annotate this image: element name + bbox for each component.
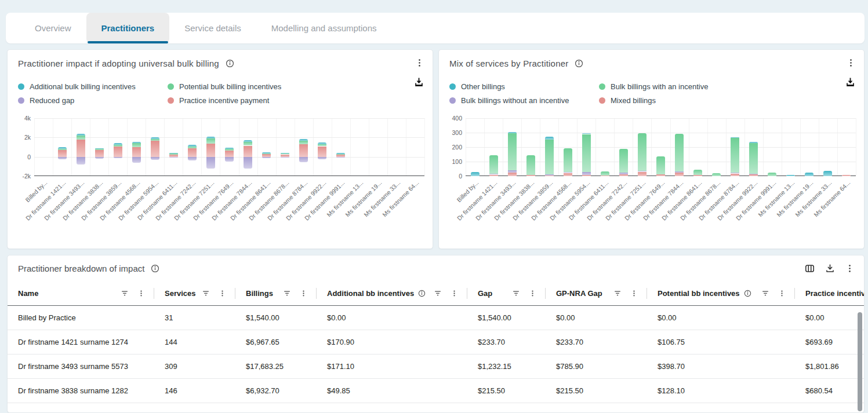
bar-segment-additional-bulk-billing-incentives[interactable] (225, 148, 234, 149)
bar-segment-practice-incentive-payment[interactable] (244, 146, 252, 157)
bar-segment-bulk-billings-with-an-incentive[interactable] (619, 149, 628, 173)
bar-segment-other-billings[interactable] (749, 142, 758, 142)
bar-segment-practice-incentive-payment[interactable] (151, 141, 159, 157)
bar-segment-reduced-gap[interactable] (95, 157, 104, 159)
bar-segment-bulk-billings-with-an-incentive[interactable] (545, 140, 554, 174)
bar-segment-potential-bulk-billing-incentives[interactable] (262, 153, 271, 154)
legend-item-reduced-gap[interactable]: Reduced gap (18, 96, 163, 105)
bar-segment-additional-bulk-billing-incentives[interactable] (132, 142, 141, 144)
bar-segment-reduced-gap[interactable] (244, 157, 252, 169)
info-icon[interactable] (224, 58, 235, 69)
bar-segment-potential-bulk-billing-incentives[interactable] (95, 149, 104, 150)
bar-segment-potential-bulk-billing-incentives[interactable] (132, 143, 141, 147)
plot-area[interactable]: 4003002001000 (466, 118, 856, 176)
table-menu-kebab-icon[interactable] (844, 262, 856, 275)
bar-segment-practice-incentive-payment[interactable] (58, 150, 67, 157)
bar-segment-bulk-billings-without-an-incentive[interactable] (749, 174, 758, 174)
bar-segment-bulk-billings-with-an-incentive[interactable] (638, 133, 647, 171)
info-icon[interactable] (744, 290, 751, 297)
filter-icon[interactable] (511, 288, 521, 298)
bar-segment-reduced-gap[interactable] (281, 157, 289, 158)
bar-segment-potential-bulk-billing-incentives[interactable] (206, 138, 215, 144)
column-menu-kebab-icon[interactable] (136, 288, 146, 298)
bar-segment-potential-bulk-billing-incentives[interactable] (281, 153, 289, 154)
legend-item-practice-incentive-payment[interactable]: Practice incentive payment (168, 96, 281, 105)
bar-segment-bulk-billings-without-an-incentive[interactable] (508, 170, 517, 173)
tab-practitioners[interactable]: Practitioners (86, 13, 170, 43)
legend-item-bulk-billings-without-an-incentive[interactable]: Bulk billings without an incentive (449, 96, 594, 105)
bar-segment-additional-bulk-billing-incentives[interactable] (95, 148, 104, 149)
chart-menu-kebab-icon[interactable] (845, 57, 857, 69)
bar-segment-reduced-gap[interactable] (58, 157, 67, 159)
bar-segment-additional-bulk-billing-incentives[interactable] (77, 134, 85, 136)
vertical-scrollbar-track[interactable] (858, 308, 862, 411)
column-menu-kebab-icon[interactable] (528, 288, 537, 298)
bar-segment-additional-bulk-billing-incentives[interactable] (299, 139, 308, 141)
bar-segment-reduced-gap[interactable] (77, 157, 85, 165)
bar-segment-potential-bulk-billing-incentives[interactable] (151, 139, 159, 141)
bar-segment-bulk-billings-with-an-incentive[interactable] (731, 138, 739, 173)
bar-segment-bulk-billings-with-an-incentive[interactable] (656, 156, 665, 174)
bar-segment-reduced-gap[interactable] (206, 157, 215, 169)
bar-segment-reduced-gap[interactable] (132, 157, 141, 163)
bar-segment-additional-bulk-billing-incentives[interactable] (336, 153, 345, 154)
bar-segment-potential-bulk-billing-incentives[interactable] (318, 144, 326, 147)
bar-segment-bulk-billings-with-an-incentive[interactable] (582, 134, 591, 172)
bar-segment-reduced-gap[interactable] (318, 157, 326, 159)
bar-segment-bulk-billings-without-an-incentive[interactable] (731, 173, 739, 173)
chart-menu-kebab-icon[interactable] (413, 57, 426, 69)
bar-segment-additional-bulk-billing-incentives[interactable] (58, 147, 67, 149)
bar-segment-bulk-billings-without-an-incentive[interactable] (564, 172, 572, 173)
column-menu-kebab-icon[interactable] (299, 288, 308, 298)
tab-modelling-and-assumptions[interactable]: Modelling and assumptions (256, 13, 392, 43)
bar-segment-bulk-billings-without-an-incentive[interactable] (619, 173, 628, 174)
bar-segment-practice-incentive-payment[interactable] (114, 147, 122, 157)
bar-segment-additional-bulk-billing-incentives[interactable] (281, 153, 289, 154)
bar-segment-reduced-gap[interactable] (114, 157, 122, 158)
bar-segment-additional-bulk-billing-incentives[interactable] (206, 137, 215, 138)
column-menu-kebab-icon[interactable] (777, 288, 787, 298)
bar-segment-bulk-billings-without-an-incentive[interactable] (638, 171, 647, 171)
tab-overview[interactable]: Overview (20, 13, 86, 43)
bar-segment-bulk-billings-with-an-incentive[interactable] (489, 155, 498, 174)
bar-segment-practice-incentive-payment[interactable] (206, 144, 215, 157)
bar-segment-other-billings[interactable] (471, 172, 480, 177)
bar-segment-potential-bulk-billing-incentives[interactable] (225, 149, 234, 151)
bar-segment-additional-bulk-billing-incentives[interactable] (114, 143, 122, 145)
bar-segment-practice-incentive-payment[interactable] (225, 151, 234, 156)
column-menu-kebab-icon[interactable] (449, 288, 459, 298)
bar-segment-additional-bulk-billing-incentives[interactable] (262, 152, 271, 153)
filter-icon[interactable] (760, 288, 771, 298)
legend-item-additional-bulk-billing-incentives[interactable]: Additional bulk billing incentives (18, 82, 163, 91)
bar-segment-other-billings[interactable] (508, 132, 517, 133)
bar-segment-bulk-billings-without-an-incentive[interactable] (545, 174, 554, 176)
legend-item-potential-bulk-billing-incentives[interactable]: Potential bulk billing incentives (168, 82, 281, 91)
bar-segment-bulk-billings-with-an-incentive[interactable] (508, 133, 517, 171)
info-icon[interactable] (573, 58, 584, 69)
bar-segment-reduced-gap[interactable] (151, 157, 159, 160)
table-download-icon[interactable] (823, 262, 837, 275)
bar-segment-potential-bulk-billing-incentives[interactable] (299, 141, 308, 144)
chart-download-icon[interactable] (844, 75, 857, 89)
bar-segment-additional-bulk-billing-incentives[interactable] (188, 145, 197, 147)
info-icon[interactable] (418, 290, 426, 297)
bar-segment-bulk-billings-with-an-incentive[interactable] (526, 155, 535, 175)
bar-segment-bulk-billings-without-an-incentive[interactable] (489, 174, 498, 174)
bar-segment-potential-bulk-billing-incentives[interactable] (58, 149, 67, 150)
bar-segment-potential-bulk-billing-incentives[interactable] (188, 147, 197, 149)
bar-segment-additional-bulk-billing-incentives[interactable] (244, 140, 252, 142)
vertical-scrollbar-thumb[interactable] (858, 312, 862, 411)
tab-service-details[interactable]: Service details (169, 13, 256, 43)
filter-icon[interactable] (612, 288, 623, 298)
info-icon[interactable] (150, 263, 161, 274)
chart-download-icon[interactable] (412, 75, 426, 89)
bar-segment-potential-bulk-billing-incentives[interactable] (77, 136, 85, 140)
legend-item-mixed-billings[interactable]: Mixed billings (599, 96, 708, 105)
filter-icon[interactable] (201, 288, 211, 298)
column-settings-icon[interactable] (803, 262, 816, 275)
bar-segment-practice-incentive-payment[interactable] (188, 148, 197, 157)
bar-segment-bulk-billings-with-an-incentive[interactable] (749, 143, 758, 174)
bar-segment-additional-bulk-billing-incentives[interactable] (318, 142, 326, 144)
bar-segment-bulk-billings-with-an-incentive[interactable] (601, 171, 609, 175)
bar-segment-practice-incentive-payment[interactable] (299, 144, 308, 157)
